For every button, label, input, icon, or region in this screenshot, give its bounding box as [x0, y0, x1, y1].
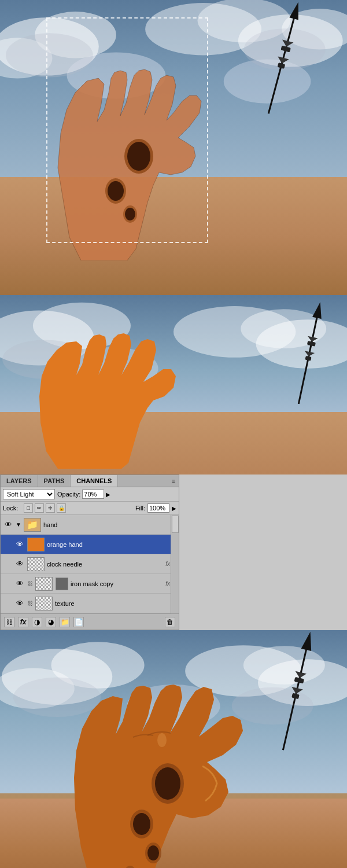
add-group-button[interactable]: 📁 [60, 617, 70, 627]
layer-thumbnail: 📁 [24, 518, 41, 532]
layer-thumbnail [35, 597, 53, 610]
lock-all-btn[interactable]: 🔒 [57, 503, 66, 513]
layer-row[interactable]: 👁 ▼ 📁 hand [1, 515, 179, 535]
layer-thumbnail [27, 538, 45, 551]
svg-rect-47 [294, 677, 304, 683]
lock-transparent-btn[interactable]: □ [24, 503, 33, 513]
panel-bottom-bar: ⛓ fx ◑ ◕ 📁 📄 🗑 [1, 613, 179, 630]
svg-marker-31 [312, 301, 324, 319]
layer-name: orange hand [47, 541, 176, 548]
add-adjustment-button[interactable]: ◕ [46, 617, 56, 627]
svg-point-52 [155, 767, 180, 800]
layer-row[interactable]: 👁 clock needle fx ▶ [1, 554, 179, 574]
tab-paths[interactable]: PATHS [38, 475, 71, 487]
layer-visibility-eye[interactable]: 👁 [14, 598, 25, 609]
fill-row: Fill: ▶ [135, 503, 176, 513]
delete-layer-button[interactable]: 🗑 [165, 617, 175, 627]
layer-list: 👁 ▼ 📁 hand 👁 orange hand 👁 clock needle … [1, 515, 179, 613]
blend-mode-select[interactable]: Soft Light Normal Multiply Screen Overla… [3, 489, 55, 499]
panel-scrollbar[interactable] [171, 515, 179, 613]
lock-paint-btn[interactable]: ✏ [35, 503, 44, 513]
top-image-section [0, 0, 347, 295]
layer-name: hand [43, 521, 176, 528]
link-icon: ⛓ [27, 600, 33, 606]
scrollbar-thumb[interactable] [172, 516, 179, 533]
svg-point-20 [108, 181, 124, 201]
layer-visibility-eye[interactable]: 👁 [14, 579, 25, 589]
opacity-label: Opacity: [57, 491, 80, 498]
layers-panel: LAYERS PATHS CHANNELS ≡ Soft Light Norma… [0, 475, 347, 630]
svg-marker-12 [289, 1, 302, 20]
orange-hand-svg [35, 307, 254, 469]
svg-rect-32 [307, 341, 316, 347]
svg-marker-46 [301, 631, 316, 651]
panel-menu-button[interactable]: ≡ [168, 476, 179, 486]
middle-image-section [0, 295, 347, 475]
layer-name: iron mask copy [71, 580, 116, 587]
add-style-button[interactable]: fx [18, 617, 28, 627]
svg-point-56 [147, 845, 159, 860]
svg-point-59 [157, 733, 167, 747]
opacity-input[interactable] [82, 490, 104, 499]
layer-fx-badge: fx [165, 580, 170, 587]
layer-visibility-eye[interactable]: 👁 [3, 520, 13, 530]
layer-name: clock needle [47, 561, 104, 568]
tab-channels[interactable]: CHANNELS [71, 475, 118, 487]
fill-label: Fill: [135, 505, 145, 512]
opacity-row: Opacity: ▶ [57, 490, 110, 499]
svg-point-18 [127, 142, 150, 171]
link-icon: ⛓ [27, 580, 33, 587]
opacity-arrow[interactable]: ▶ [106, 491, 110, 498]
layer-fx-badge: fx [165, 561, 170, 567]
fill-arrow[interactable]: ▶ [172, 505, 176, 512]
blend-mode-row: Soft Light Normal Multiply Screen Overla… [1, 487, 179, 502]
bottom-image-section [0, 630, 347, 868]
lock-icons-group: □ ✏ ✛ 🔒 [24, 503, 66, 513]
svg-point-22 [125, 208, 135, 220]
layer-row[interactable]: 👁 orange hand [1, 535, 179, 554]
fill-input[interactable] [147, 503, 169, 513]
layer-visibility-eye[interactable]: 👁 [14, 559, 25, 569]
layer-name: texture [55, 600, 176, 607]
add-layer-button[interactable]: 📄 [73, 617, 84, 627]
svg-rect-33 [305, 356, 311, 361]
layers-tabs-row: LAYERS PATHS CHANNELS ≡ [1, 475, 179, 487]
lock-label: Lock: [3, 505, 18, 512]
svg-rect-14 [278, 62, 286, 69]
lock-fill-row: Lock: □ ✏ ✛ 🔒 Fill: ▶ [1, 502, 179, 515]
svg-rect-48 [291, 693, 299, 699]
hand-svg-top [46, 17, 231, 260]
bottom-hand-svg [58, 630, 289, 868]
link-layers-button[interactable]: ⛓ [4, 617, 14, 627]
lock-move-btn[interactable]: ✛ [46, 503, 55, 513]
add-mask-button[interactable]: ◑ [32, 617, 42, 627]
layer-row[interactable]: 👁 ⛓ texture [1, 594, 179, 613]
tab-layers[interactable]: LAYERS [1, 475, 38, 487]
layer-thumbnail [35, 577, 53, 591]
svg-point-54 [133, 813, 150, 835]
layer-thumbnail [27, 557, 45, 571]
layer-row[interactable]: 👁 ⛓ iron mask copy fx ▶ [1, 574, 179, 594]
group-collapse-arrow[interactable]: ▼ [16, 521, 21, 528]
layer-visibility-eye[interactable]: 👁 [14, 539, 25, 550]
layer-mask-thumbnail [56, 578, 68, 590]
